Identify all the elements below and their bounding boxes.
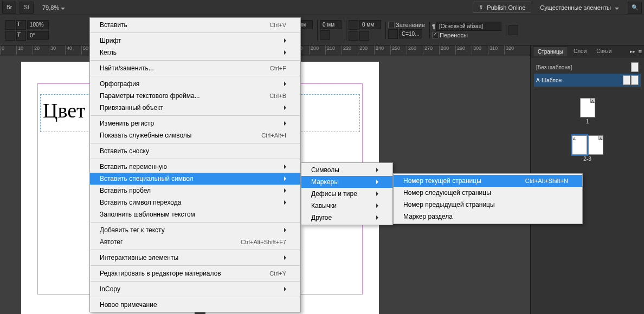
menu-item-new-note[interactable]: Новое примечание xyxy=(90,299,300,311)
pages-panel: [Без шаблона] A-Шаблон A 1 A A 2-3 xyxy=(531,57,644,165)
menu-item-text-frame-options[interactable]: Параметры текстового фрейма...Ctrl+B xyxy=(90,90,300,102)
menu-separator xyxy=(91,222,300,223)
char-format-icon[interactable] xyxy=(5,20,15,30)
para-style-field[interactable]: [Основной абзац] xyxy=(436,22,501,31)
pilcrow-icon: ¶ xyxy=(432,23,435,30)
para-format-icon[interactable] xyxy=(5,31,15,41)
menu-item-paste[interactable]: ВставитьCtrl+V xyxy=(90,19,300,31)
zoom-level[interactable]: 79,8% xyxy=(37,4,70,11)
context-menu: ВставитьCtrl+V Шрифт Кегль Найти/заменит… xyxy=(89,17,301,312)
menu-item-change-case[interactable]: Изменить регистр xyxy=(90,117,300,129)
search-icon[interactable]: 🔍 xyxy=(628,2,642,14)
menu-item-show-hidden[interactable]: Показать служебные символыCtrl+Alt+I xyxy=(90,129,300,141)
margin-field-3[interactable]: 0 мм xyxy=(359,20,381,29)
panel-menu-icon[interactable]: ≡ xyxy=(639,48,642,55)
ruler-tick: 220 xyxy=(342,45,358,55)
angle-field[interactable]: 0° xyxy=(27,31,49,40)
ruler-tick: 280 xyxy=(439,45,455,55)
master-a-row[interactable]: A-Шаблон xyxy=(534,74,641,87)
submenu-item-other[interactable]: Другое xyxy=(301,212,392,224)
menu-item-size[interactable]: Кегль xyxy=(90,47,300,58)
collapse-panel-icon[interactable]: ▸▸ xyxy=(630,49,635,54)
shading-label: Затенение xyxy=(396,22,425,28)
bridge-icon[interactable]: Br xyxy=(2,2,16,14)
menu-item-incopy[interactable]: InCopy xyxy=(90,283,300,295)
ruler-tick: 290 xyxy=(455,45,472,55)
spread-thumb-group[interactable]: A A 2-3 xyxy=(572,135,603,162)
workspace-dropdown[interactable]: Существенные элементы xyxy=(534,4,624,11)
master-thumb xyxy=(631,75,639,85)
master-thumb xyxy=(631,62,639,72)
page-thumb[interactable]: A xyxy=(572,135,587,155)
submenu-item-section-marker[interactable]: Маркер раздела xyxy=(394,211,582,223)
menu-item-autotag[interactable]: АвтотегCtrl+Alt+Shift+F7 xyxy=(90,236,300,248)
italic-type-icon[interactable]: T xyxy=(16,31,26,41)
menu-separator xyxy=(91,159,300,159)
cell-style-field[interactable]: C=10... xyxy=(399,29,422,38)
submenu-item-hyphens[interactable]: Дефисы и тире xyxy=(301,188,392,200)
menu-item-font[interactable]: Шрифт xyxy=(90,35,300,47)
columns-icon[interactable] xyxy=(359,31,369,41)
margin-field-2[interactable]: 0 мм xyxy=(320,20,342,29)
tab-pages[interactable]: Страницы xyxy=(533,47,568,56)
menu-item-insert-break[interactable]: Вставить символ перехода xyxy=(90,197,300,208)
space-after-icon[interactable] xyxy=(349,31,358,41)
ruler-tick: 300 xyxy=(472,45,488,55)
hyphenate-label: Переносы xyxy=(440,32,468,38)
menu-separator xyxy=(91,60,300,61)
menu-item-anchored-object[interactable]: Привязанный объект xyxy=(90,102,300,114)
ruler-tick: 230 xyxy=(358,45,374,55)
submenu-item-current-page[interactable]: Номер текущей страницыCtrl+Alt+Shift+N xyxy=(394,175,582,187)
ruler-tick: 320 xyxy=(504,45,520,55)
master-label: [Без шаблона] xyxy=(536,64,572,70)
stock-icon[interactable]: St xyxy=(20,2,34,14)
upload-icon: ⇪ xyxy=(479,4,484,11)
space-before-icon[interactable] xyxy=(349,20,358,30)
panel-menu-icon[interactable] xyxy=(508,25,518,35)
page-thumb[interactable]: A xyxy=(580,98,595,117)
menu-item-interactive[interactable]: Интерактивные элементы xyxy=(90,252,300,264)
menu-item-placeholder-text[interactable]: Заполнить шаблонным текстом xyxy=(90,208,300,220)
menu-separator xyxy=(91,297,300,297)
submenu-markers: Номер текущей страницыCtrl+Alt+Shift+N Н… xyxy=(393,173,583,224)
tab-layers[interactable]: Слои xyxy=(569,47,591,56)
ruler-tick: 250 xyxy=(390,45,407,55)
menu-item-insert-variable[interactable]: Вставить переменную xyxy=(90,161,300,173)
menu-item-insert-whitespace[interactable]: Вставить пробел xyxy=(90,185,300,197)
font-size-field[interactable]: 100% xyxy=(27,20,49,29)
menu-separator xyxy=(91,143,300,143)
menu-item-insert-footnote[interactable]: Вставить сноску xyxy=(90,145,300,157)
master-none-row[interactable]: [Без шаблона] xyxy=(534,61,641,74)
page-thumb-group[interactable]: A 1 xyxy=(580,98,595,125)
ruler-tick: 0 xyxy=(0,45,16,55)
ruler-tick: 210 xyxy=(325,45,342,55)
menu-item-find-replace[interactable]: Найти/заменить...Ctrl+F xyxy=(90,62,300,74)
workspace-label: Существенные элементы xyxy=(540,4,611,11)
top-menubar: Br St 79,8% ⇪ Publish Online Существенны… xyxy=(0,0,644,15)
ruler-tick: 200 xyxy=(309,45,325,55)
ruler-tick: 240 xyxy=(374,45,390,55)
menu-separator xyxy=(91,76,300,76)
submenu-special-char: Символы Маркеры Дефисы и тире Кавычки Др… xyxy=(301,162,393,225)
page-title-text[interactable]: Цвет xyxy=(43,99,86,122)
shading-checkbox[interactable] xyxy=(388,22,395,28)
menu-item-spelling[interactable]: Орфография xyxy=(90,78,300,90)
menu-item-add-tag[interactable]: Добавить тег к тексту xyxy=(90,224,300,236)
submenu-item-next-page[interactable]: Номер следующей страницы xyxy=(394,187,582,199)
hyphenate-checkbox[interactable] xyxy=(432,32,439,38)
submenu-item-markers[interactable]: Маркеры xyxy=(301,176,392,188)
publish-label: Publish Online xyxy=(487,4,525,11)
menu-item-edit-story[interactable]: Редактировать в редакторе материаловCtrl… xyxy=(90,267,300,279)
menu-item-insert-special-char[interactable]: Вставить специальный символ xyxy=(90,173,300,185)
submenu-item-symbols[interactable]: Символы xyxy=(301,164,392,176)
submenu-item-quotes[interactable]: Кавычки xyxy=(301,200,392,212)
page-thumb[interactable]: A xyxy=(588,135,603,155)
baseline-icon[interactable] xyxy=(320,30,330,40)
menu-separator xyxy=(91,265,300,266)
type-tool-icon[interactable]: T xyxy=(16,20,26,30)
publish-online-button[interactable]: ⇪ Publish Online xyxy=(473,2,531,13)
submenu-item-prev-page[interactable]: Номер предыдущей страницы xyxy=(394,199,582,211)
tab-links[interactable]: Связи xyxy=(592,47,616,56)
ruler-tick: 20 xyxy=(33,45,49,55)
swatch-icon[interactable] xyxy=(388,29,398,39)
